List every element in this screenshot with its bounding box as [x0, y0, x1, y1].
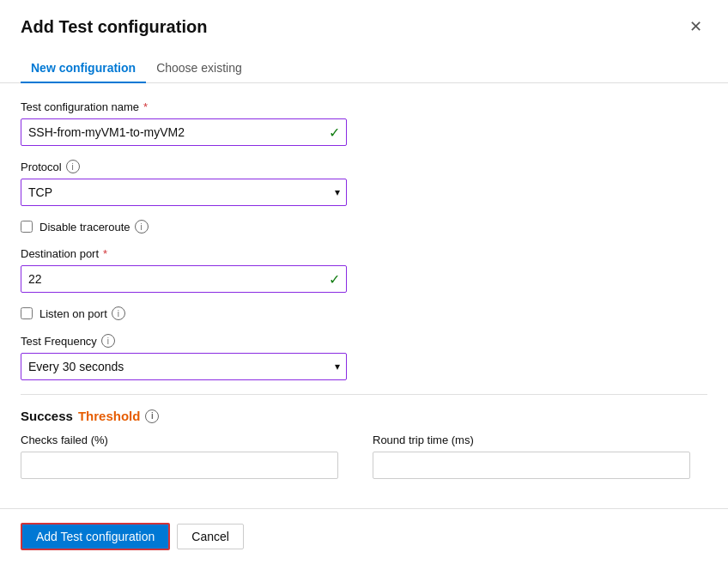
checks-failed-input[interactable] — [21, 452, 338, 479]
protocol-info-icon[interactable]: i — [66, 160, 80, 173]
disable-traceroute-row: Disable traceroute i — [21, 220, 707, 233]
test-frequency-label: Test Frequency i — [21, 334, 707, 348]
threshold-fields-row: Checks failed (%) Round trip time (ms) — [21, 434, 707, 479]
checks-failed-field: Checks failed (%) — [21, 434, 338, 479]
dialog-body: Test configuration name * ✓ Protocol i T… — [0, 83, 728, 508]
test-frequency-select[interactable]: Every 30 seconds Every 1 minute Every 5 … — [21, 353, 347, 380]
test-frequency-select-wrapper: Every 30 seconds Every 1 minute Every 5 … — [21, 353, 347, 380]
destination-port-label: Destination port * — [21, 247, 707, 260]
dialog-title: Add Test configuration — [21, 17, 207, 37]
config-name-wrapper: ✓ — [21, 118, 347, 146]
dialog-header: Add Test configuration ✕ — [0, 0, 728, 37]
dialog-footer: Add Test configuration Cancel — [0, 508, 728, 564]
config-name-label: Test configuration name * — [21, 100, 707, 113]
success-threshold-title: Success Threshold i — [21, 409, 707, 423]
success-threshold-section: Success Threshold i Checks failed (%) Ro… — [21, 394, 707, 479]
tabs-container: New configuration Choose existing — [0, 44, 728, 83]
destination-port-check-icon: ✓ — [329, 271, 340, 288]
tab-new-configuration[interactable]: New configuration — [21, 54, 146, 83]
close-button[interactable]: ✕ — [684, 17, 707, 36]
listen-port-info-icon[interactable]: i — [112, 306, 125, 320]
destination-port-wrapper: ✓ — [21, 265, 347, 293]
protocol-group: Protocol i TCP UDP ICMP ▾ — [21, 160, 707, 206]
tab-choose-existing[interactable]: Choose existing — [146, 54, 252, 83]
listen-on-port-checkbox[interactable] — [21, 307, 33, 319]
config-name-input[interactable] — [21, 118, 347, 146]
config-name-group: Test configuration name * ✓ — [21, 100, 707, 146]
round-trip-input[interactable] — [373, 452, 690, 479]
traceroute-info-icon[interactable]: i — [135, 220, 149, 233]
config-name-check-icon: ✓ — [329, 124, 340, 141]
disable-traceroute-checkbox[interactable] — [21, 221, 33, 233]
protocol-select[interactable]: TCP UDP ICMP — [21, 179, 347, 206]
threshold-info-icon[interactable]: i — [145, 409, 159, 423]
destination-port-group: Destination port * ✓ — [21, 247, 707, 293]
section-divider — [21, 394, 707, 395]
round-trip-field: Round trip time (ms) — [373, 434, 690, 479]
add-test-configuration-dialog: Add Test configuration ✕ New configurati… — [0, 0, 728, 564]
test-frequency-info-icon[interactable]: i — [101, 334, 115, 348]
round-trip-label: Round trip time (ms) — [373, 434, 690, 446]
protocol-select-wrapper: TCP UDP ICMP ▾ — [21, 179, 347, 206]
listen-on-port-row: Listen on port i — [21, 306, 707, 320]
destination-port-input[interactable] — [21, 265, 347, 293]
checks-failed-label: Checks failed (%) — [21, 434, 338, 446]
protocol-label: Protocol i — [21, 160, 707, 173]
listen-on-port-label: Listen on port i — [39, 306, 125, 320]
cancel-button[interactable]: Cancel — [177, 524, 244, 549]
dest-port-required-indicator: * — [103, 247, 107, 260]
required-indicator: * — [143, 100, 148, 113]
disable-traceroute-label: Disable traceroute i — [39, 220, 149, 233]
test-frequency-group: Test Frequency i Every 30 seconds Every … — [21, 334, 707, 380]
add-test-configuration-button[interactable]: Add Test configuration — [21, 523, 170, 550]
